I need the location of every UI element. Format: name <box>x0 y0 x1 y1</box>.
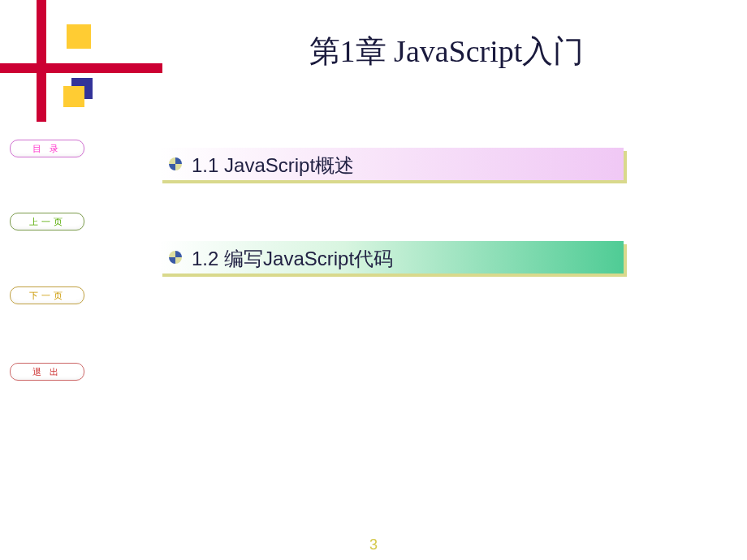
section-2-text: 1.2 编写JavaScript代码 <box>192 246 393 272</box>
bullet-icon <box>169 251 182 264</box>
next-page-button[interactable]: 下一页 <box>10 286 84 304</box>
section-1-text: 1.1 JavaScript概述 <box>192 153 354 179</box>
page-title: 第1章 JavaScript入门 <box>162 31 731 72</box>
prev-page-button[interactable]: 上一页 <box>10 213 84 230</box>
toc-button[interactable]: 目 录 <box>10 140 84 157</box>
prev-page-label: 上一页 <box>29 216 66 228</box>
section-2-link[interactable]: 1.2 编写JavaScript代码 <box>159 241 624 274</box>
exit-button-label: 退 出 <box>32 366 63 378</box>
decor-red-horizontal <box>0 63 162 73</box>
decor-yellow-square-bottom <box>63 86 84 107</box>
bullet-icon <box>169 157 182 170</box>
next-page-label: 下一页 <box>29 290 66 302</box>
section-1-link[interactable]: 1.1 JavaScript概述 <box>159 148 624 180</box>
toc-button-label: 目 录 <box>32 143 63 155</box>
page-number: 3 <box>0 536 747 554</box>
decor-red-vertical <box>37 0 46 122</box>
decor-yellow-square-top <box>67 24 91 49</box>
exit-button[interactable]: 退 出 <box>10 363 84 381</box>
